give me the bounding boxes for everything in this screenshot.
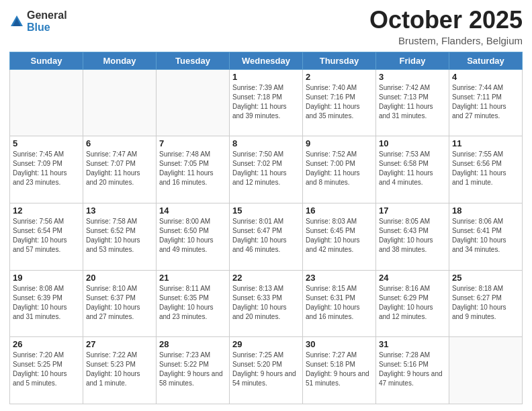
table-cell: 28Sunrise: 7:23 AM Sunset: 5:22 PM Dayli… [157, 337, 230, 404]
calendar-table: Sunday Monday Tuesday Wednesday Thursday… [9, 52, 523, 404]
week-row-0: 1Sunrise: 7:39 AM Sunset: 7:18 PM Daylig… [10, 69, 523, 136]
table-cell: 11Sunrise: 7:55 AM Sunset: 6:56 PM Dayli… [449, 136, 523, 203]
day-info: Sunrise: 7:23 AM Sunset: 5:22 PM Dayligh… [159, 351, 226, 388]
day-number: 19 [13, 273, 80, 283]
table-cell: 10Sunrise: 7:53 AM Sunset: 6:58 PM Dayli… [376, 136, 449, 203]
week-row-1: 5Sunrise: 7:45 AM Sunset: 7:09 PM Daylig… [10, 136, 523, 203]
week-row-3: 19Sunrise: 8:08 AM Sunset: 6:39 PM Dayli… [10, 270, 523, 337]
month-title: October 2025 [369, 7, 523, 34]
header-monday: Monday [83, 52, 157, 69]
day-info: Sunrise: 7:44 AM Sunset: 7:11 PM Dayligh… [452, 83, 519, 121]
table-cell: 26Sunrise: 7:20 AM Sunset: 5:25 PM Dayli… [10, 337, 83, 404]
header-tuesday: Tuesday [157, 52, 230, 69]
table-cell: 9Sunrise: 7:52 AM Sunset: 7:00 PM Daylig… [303, 136, 376, 203]
week-row-4: 26Sunrise: 7:20 AM Sunset: 5:25 PM Dayli… [10, 337, 523, 404]
day-number: 1 [232, 72, 300, 82]
day-number: 7 [159, 138, 226, 148]
table-cell: 8Sunrise: 7:50 AM Sunset: 7:02 PM Daylig… [230, 136, 303, 203]
table-cell: 4Sunrise: 7:44 AM Sunset: 7:11 PM Daylig… [449, 69, 523, 136]
day-info: Sunrise: 7:55 AM Sunset: 6:56 PM Dayligh… [452, 150, 519, 187]
header-sunday: Sunday [10, 52, 83, 69]
table-cell [83, 69, 157, 136]
table-cell: 30Sunrise: 7:27 AM Sunset: 5:18 PM Dayli… [303, 337, 376, 404]
day-info: Sunrise: 7:42 AM Sunset: 7:13 PM Dayligh… [379, 83, 446, 121]
table-cell: 25Sunrise: 8:18 AM Sunset: 6:27 PM Dayli… [449, 270, 523, 337]
day-info: Sunrise: 7:58 AM Sunset: 6:52 PM Dayligh… [86, 217, 153, 255]
day-info: Sunrise: 7:56 AM Sunset: 6:54 PM Dayligh… [13, 217, 80, 255]
day-number: 4 [452, 72, 519, 82]
day-info: Sunrise: 8:03 AM Sunset: 6:45 PM Dayligh… [306, 217, 373, 255]
table-cell: 31Sunrise: 7:28 AM Sunset: 5:16 PM Dayli… [376, 337, 449, 404]
day-info: Sunrise: 8:10 AM Sunset: 6:37 PM Dayligh… [86, 284, 153, 322]
day-number: 15 [232, 205, 300, 216]
table-cell: 14Sunrise: 8:00 AM Sunset: 6:50 PM Dayli… [157, 203, 230, 270]
day-info: Sunrise: 7:39 AM Sunset: 7:18 PM Dayligh… [232, 83, 300, 121]
logo-general: General [27, 9, 67, 21]
table-cell: 20Sunrise: 8:10 AM Sunset: 6:37 PM Dayli… [83, 270, 157, 337]
day-number: 12 [13, 205, 80, 216]
logo-blue: Blue [27, 21, 67, 34]
day-info: Sunrise: 7:25 AM Sunset: 5:20 PM Dayligh… [232, 351, 300, 388]
day-number: 25 [452, 273, 519, 283]
logo-icon [9, 14, 24, 29]
day-number: 14 [159, 205, 226, 216]
day-number: 27 [86, 339, 153, 349]
day-info: Sunrise: 8:11 AM Sunset: 6:35 PM Dayligh… [159, 284, 226, 322]
table-cell: 12Sunrise: 7:56 AM Sunset: 6:54 PM Dayli… [10, 203, 83, 270]
table-cell: 16Sunrise: 8:03 AM Sunset: 6:45 PM Dayli… [303, 203, 376, 270]
day-number: 3 [379, 72, 446, 82]
table-cell: 17Sunrise: 8:05 AM Sunset: 6:43 PM Dayli… [376, 203, 449, 270]
day-number: 21 [159, 273, 226, 283]
table-cell: 2Sunrise: 7:40 AM Sunset: 7:16 PM Daylig… [303, 69, 376, 136]
day-info: Sunrise: 8:00 AM Sunset: 6:50 PM Dayligh… [159, 217, 226, 255]
day-number: 24 [379, 273, 446, 283]
day-number: 6 [86, 138, 153, 148]
day-number: 11 [452, 138, 519, 148]
day-info: Sunrise: 7:47 AM Sunset: 7:07 PM Dayligh… [86, 150, 153, 187]
day-info: Sunrise: 7:40 AM Sunset: 7:16 PM Dayligh… [306, 83, 373, 121]
header-saturday: Saturday [449, 52, 523, 69]
day-number: 30 [306, 339, 373, 349]
table-cell: 21Sunrise: 8:11 AM Sunset: 6:35 PM Dayli… [157, 270, 230, 337]
day-info: Sunrise: 8:06 AM Sunset: 6:41 PM Dayligh… [452, 217, 519, 255]
table-cell [449, 337, 523, 404]
table-cell [10, 69, 83, 136]
day-info: Sunrise: 8:01 AM Sunset: 6:47 PM Dayligh… [232, 217, 300, 255]
table-cell: 3Sunrise: 7:42 AM Sunset: 7:13 PM Daylig… [376, 69, 449, 136]
table-cell [157, 69, 230, 136]
day-number: 17 [379, 205, 446, 216]
day-number: 23 [306, 273, 373, 283]
day-number: 28 [159, 339, 226, 349]
day-number: 22 [232, 273, 300, 283]
table-cell: 1Sunrise: 7:39 AM Sunset: 7:18 PM Daylig… [230, 69, 303, 136]
table-cell: 7Sunrise: 7:48 AM Sunset: 7:05 PM Daylig… [157, 136, 230, 203]
table-cell: 13Sunrise: 7:58 AM Sunset: 6:52 PM Dayli… [83, 203, 157, 270]
day-info: Sunrise: 8:13 AM Sunset: 6:33 PM Dayligh… [232, 284, 300, 322]
week-row-2: 12Sunrise: 7:56 AM Sunset: 6:54 PM Dayli… [10, 203, 523, 270]
day-number: 16 [306, 205, 373, 216]
table-cell: 27Sunrise: 7:22 AM Sunset: 5:23 PM Dayli… [83, 337, 157, 404]
table-cell: 6Sunrise: 7:47 AM Sunset: 7:07 PM Daylig… [83, 136, 157, 203]
day-number: 5 [13, 138, 80, 148]
day-info: Sunrise: 7:48 AM Sunset: 7:05 PM Dayligh… [159, 150, 226, 187]
day-info: Sunrise: 7:45 AM Sunset: 7:09 PM Dayligh… [13, 150, 80, 187]
day-info: Sunrise: 7:53 AM Sunset: 6:58 PM Dayligh… [379, 150, 446, 187]
day-number: 26 [13, 339, 80, 349]
day-info: Sunrise: 7:22 AM Sunset: 5:23 PM Dayligh… [86, 351, 153, 388]
day-number: 20 [86, 273, 153, 283]
table-cell: 29Sunrise: 7:25 AM Sunset: 5:20 PM Dayli… [230, 337, 303, 404]
table-cell: 18Sunrise: 8:06 AM Sunset: 6:41 PM Dayli… [449, 203, 523, 270]
table-cell: 22Sunrise: 8:13 AM Sunset: 6:33 PM Dayli… [230, 270, 303, 337]
day-info: Sunrise: 8:15 AM Sunset: 6:31 PM Dayligh… [306, 284, 373, 322]
table-cell: 15Sunrise: 8:01 AM Sunset: 6:47 PM Dayli… [230, 203, 303, 270]
day-number: 2 [306, 72, 373, 82]
day-info: Sunrise: 8:18 AM Sunset: 6:27 PM Dayligh… [452, 284, 519, 322]
title-block: October 2025 Brustem, Flanders, Belgium [369, 7, 523, 46]
day-info: Sunrise: 7:52 AM Sunset: 7:00 PM Dayligh… [306, 150, 373, 187]
table-cell: 19Sunrise: 8:08 AM Sunset: 6:39 PM Dayli… [10, 270, 83, 337]
page-header: General Blue October 2025 Brustem, Fland… [9, 7, 523, 46]
logo-text: General Blue [27, 9, 67, 33]
header-thursday: Thursday [303, 52, 376, 69]
day-info: Sunrise: 8:08 AM Sunset: 6:39 PM Dayligh… [13, 284, 80, 322]
page-container: General Blue October 2025 Brustem, Fland… [0, 0, 532, 411]
